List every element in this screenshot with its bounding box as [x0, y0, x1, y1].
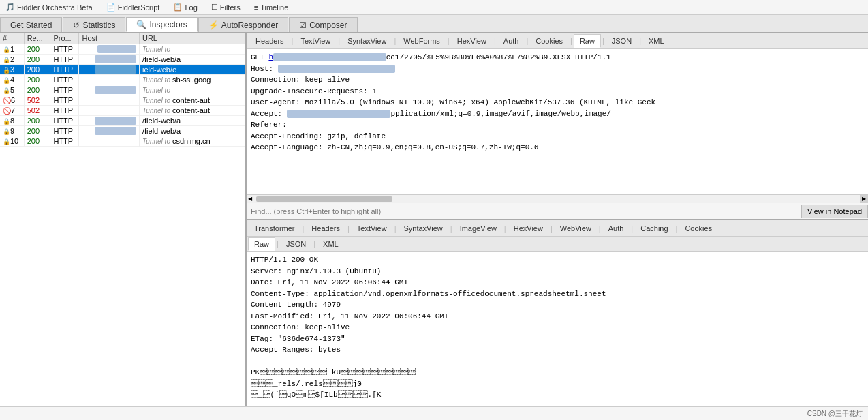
row-status: 200 [24, 75, 50, 85]
row-protocol: HTTP [50, 55, 79, 65]
timeline-label: Timeline [260, 3, 288, 12]
horizontal-scrollbar[interactable]: ◀ ▶ [247, 194, 868, 202]
resp-tab-webview[interactable]: WebView [554, 222, 598, 235]
table-row[interactable]: 🔒5 200 HTTP Tunnel to [0, 85, 245, 95]
resp-line-4: Content-Type: application/vnd.openxmlfor… [251, 288, 864, 300]
tab-get-started[interactable]: Get Started [0, 17, 62, 32]
row-status: 502 [24, 95, 50, 106]
timeline-tab[interactable]: ≡ Timeline [251, 2, 292, 13]
filters-checkbox-icon: ☐ [211, 3, 218, 12]
row-host [79, 95, 140, 106]
tab-headers[interactable]: Headers [249, 34, 290, 48]
sep: | [446, 37, 451, 45]
resp-tab-textview[interactable]: TextView [351, 222, 393, 235]
accept-encoding-line: Accept-Encoding: gzip, deflate [251, 131, 864, 142]
tab-raw[interactable]: Raw [574, 34, 601, 48]
row-host [79, 136, 140, 147]
tab-textview[interactable]: TextView [294, 34, 337, 48]
table-row[interactable]: 🔒8 200 HTTP /field-web/a [0, 116, 245, 126]
table-row[interactable]: 🚫7 502 HTTP Tunnel to content-aut [0, 106, 245, 116]
tab-cookies[interactable]: Cookies [529, 34, 569, 48]
find-input[interactable] [247, 206, 801, 217]
col-header-result: Re... [24, 33, 50, 44]
sep: | [675, 224, 679, 232]
lock-icon: 🔒 [3, 138, 10, 145]
row-num: 🔒1 [0, 44, 24, 55]
sep: | [638, 37, 642, 45]
row-num: 🔒9 [0, 126, 24, 136]
tab-inspectors[interactable]: 🔍 Inspectors [126, 17, 197, 32]
table-row[interactable]: 🔒3 200 HTTP ield-web/e [0, 65, 245, 75]
col-header-url: URL [139, 33, 245, 44]
tab-hexview[interactable]: HexView [451, 34, 493, 48]
tab-syntaxview[interactable]: SyntaxView [341, 34, 392, 48]
row-host [79, 116, 140, 126]
row-url: Tunnel to [139, 85, 245, 95]
sep: | [503, 224, 508, 232]
row-num: 🔒5 [0, 85, 24, 95]
response-section: Transformer | Headers | TextView | Synta… [247, 220, 868, 406]
bottom-status-bar: CSDN @三千花灯 [0, 406, 868, 420]
log-icon: 📋 [173, 3, 183, 12]
resp-sub-tab-raw[interactable]: Raw [248, 237, 275, 251]
filters-tab[interactable]: ☐ Filters [208, 1, 243, 13]
request-content-area: GET h ce1/2705/%E5%9B%BD%E6%A0%87%E7%82%… [247, 49, 868, 194]
blurred-url [273, 53, 386, 61]
row-status: 200 [24, 55, 50, 65]
resp-sub-tab-json[interactable]: JSON [280, 237, 312, 251]
row-url: Tunnel to [139, 44, 245, 55]
row-url: Tunnel to sb-ssl.goog [139, 75, 245, 85]
table-row[interactable]: 🔒4 200 HTTP Tunnel to sb-ssl.goog [0, 75, 245, 85]
scroll-thumb[interactable] [256, 196, 392, 202]
resp-tab-headers[interactable]: Headers [305, 222, 346, 235]
row-status: 200 [24, 85, 50, 95]
row-protocol: HTTP [50, 106, 79, 116]
table-row[interactable]: 🔒10 200 HTTP Tunnel to csdnimg.cn [0, 136, 245, 147]
resp-tab-hexview[interactable]: HexView [508, 222, 549, 235]
resp-tab-caching[interactable]: Caching [634, 222, 674, 235]
left-arrow-icon[interactable]: ◀ [247, 196, 253, 202]
tab-auth[interactable]: Auth [497, 34, 525, 48]
filters-label: Filters [220, 3, 241, 12]
tab-composer[interactable]: ☑ Composer [289, 17, 357, 32]
right-arrow-icon[interactable]: ▶ [860, 195, 868, 203]
resp-tab-cookies[interactable]: Cookies [679, 222, 718, 235]
tab-webforms[interactable]: WebForms [397, 34, 446, 48]
table-row[interactable]: 🔒2 200 HTTP /field-web/a [0, 55, 245, 65]
resp-tab-syntaxview[interactable]: SyntaxView [397, 222, 448, 235]
resp-tab-imageview[interactable]: ImageView [454, 222, 503, 235]
sep: | [312, 240, 317, 248]
row-url: Tunnel to csdnimg.cn [139, 136, 245, 147]
resp-tab-auth[interactable]: Auth [602, 222, 630, 235]
tab-xml[interactable]: XML [642, 34, 670, 48]
tab-autoresponder[interactable]: ⚡ AutoResponder [198, 17, 288, 32]
row-num: 🔒8 [0, 116, 24, 126]
fiddler-orchestra-tab[interactable]: 🎵 Fiddler Orchestra Beta [3, 1, 95, 13]
row-host [79, 75, 140, 85]
row-host [79, 55, 140, 65]
tab-statistics[interactable]: ↺ Statistics [63, 17, 125, 32]
row-num: 🔒4 [0, 75, 24, 85]
referer-line: Referer: [251, 119, 864, 131]
row-protocol: HTTP [50, 65, 79, 75]
resp-line-7: Connection: keep-alive [251, 322, 864, 333]
table-row[interactable]: 🔒1 200 HTTP beacons3.g Tunnel to [0, 44, 245, 55]
fiddler-script-tab[interactable]: 📄 FiddlerScript [104, 1, 163, 13]
resp-line-6: Last-Modified: Fri, 11 Nov 2022 06:06:44… [251, 311, 864, 322]
accept-language-line: Accept-Language: zh-CN,zh;q=0.9,en;q=0.8… [251, 142, 864, 153]
resp-sub-tab-xml[interactable]: XML [317, 237, 345, 251]
log-tab[interactable]: 📋 Log [170, 1, 200, 13]
main-layout: # Re... Pro... Host URL 🔒1 200 HTTP beac… [0, 33, 868, 406]
tab-json[interactable]: JSON [606, 34, 638, 48]
table-row[interactable]: 🔒9 200 HTTP /field-web/a [0, 126, 245, 136]
resp-tab-transformer[interactable]: Transformer [248, 222, 301, 235]
connection-line: Connection: keep-alive [251, 74, 864, 86]
composer-icon: ☑ [299, 20, 307, 30]
lock-icon: 🔒 [3, 67, 10, 74]
table-row[interactable]: 🚫6 502 HTTP Tunnel to content-aut [0, 95, 245, 106]
sep: | [393, 224, 398, 232]
row-protocol: HTTP [50, 116, 79, 126]
row-num: 🔒2 [0, 55, 24, 65]
view-in-notepad-button[interactable]: View in Notepad [801, 205, 868, 218]
fiddler-icon: 🎵 [5, 3, 15, 12]
